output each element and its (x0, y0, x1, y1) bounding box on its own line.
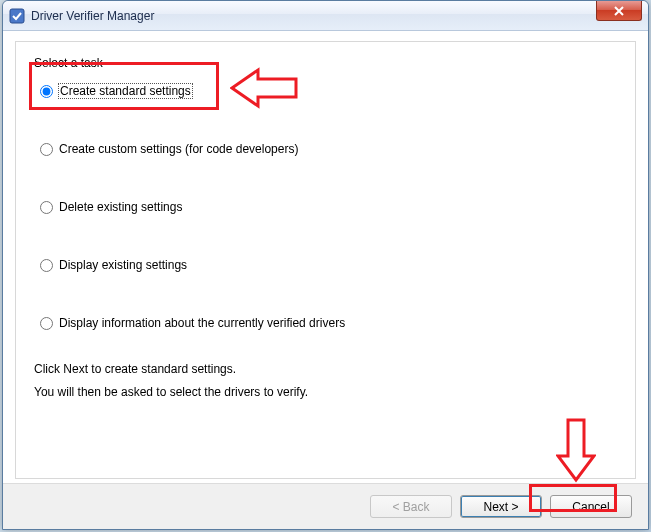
radio-input-display-existing[interactable] (40, 259, 53, 272)
radio-label: Create standard settings (59, 84, 192, 98)
radio-input-create-custom[interactable] (40, 143, 53, 156)
radio-display-existing[interactable]: Display existing settings (40, 258, 617, 272)
footer-buttons: < Back Next > Cancel (3, 483, 648, 529)
radio-display-info[interactable]: Display information about the currently … (40, 316, 617, 330)
radio-label: Display information about the currently … (59, 316, 345, 330)
hint-line: Click Next to create standard settings. (34, 358, 617, 381)
hint-line: You will then be asked to select the dri… (34, 381, 617, 404)
next-button[interactable]: Next > (460, 495, 542, 518)
close-icon (613, 6, 625, 16)
content-panel: Select a task Create standard settings C… (15, 41, 636, 479)
back-button: < Back (370, 495, 452, 518)
radio-input-display-info[interactable] (40, 317, 53, 330)
radio-create-custom[interactable]: Create custom settings (for code develop… (40, 142, 617, 156)
titlebar: Driver Verifier Manager (3, 1, 648, 31)
hint-text: Click Next to create standard settings. … (34, 358, 617, 404)
verifier-app-icon (9, 8, 25, 24)
radio-label: Create custom settings (for code develop… (59, 142, 298, 156)
radio-delete-existing[interactable]: Delete existing settings (40, 200, 617, 214)
radio-input-create-standard[interactable] (40, 85, 53, 98)
close-button[interactable] (596, 1, 642, 21)
radio-label: Display existing settings (59, 258, 187, 272)
section-label: Select a task (34, 56, 617, 70)
window-title: Driver Verifier Manager (31, 9, 154, 23)
cancel-button[interactable]: Cancel (550, 495, 632, 518)
task-radio-group: Create standard settings Create custom s… (40, 84, 617, 330)
dialog-window: Driver Verifier Manager Select a task Cr… (2, 0, 649, 530)
radio-label: Delete existing settings (59, 200, 182, 214)
svg-rect-0 (10, 9, 24, 23)
radio-create-standard[interactable]: Create standard settings (40, 84, 617, 98)
radio-input-delete-existing[interactable] (40, 201, 53, 214)
